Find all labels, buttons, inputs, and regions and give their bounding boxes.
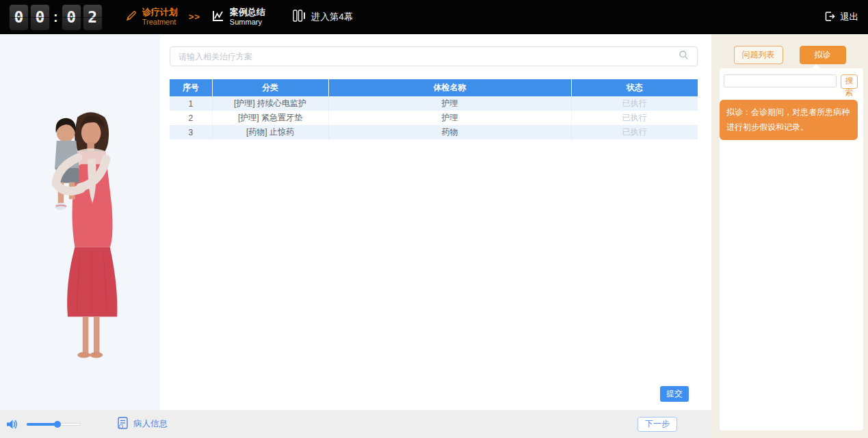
diagnosis-search-input[interactable] — [724, 74, 837, 87]
diagnosis-panel: 问题列表 拟诊 搜索 拟诊：会诊期间，对患者所患病种进行初步假设和记录。 — [711, 34, 868, 438]
table-row[interactable]: 2 [护理] 紧急置牙垫 护理 已执行 — [170, 111, 698, 125]
treatment-search-box — [170, 46, 698, 66]
scenes-icon — [291, 8, 306, 26]
treatment-search-input[interactable] — [179, 52, 679, 61]
cell-category: [药物] 止惊药 — [212, 125, 328, 139]
volume-slider-thumb[interactable] — [54, 421, 61, 428]
timer-digit: 0 — [62, 5, 81, 30]
cell-exam-name: 药物 — [328, 125, 571, 139]
timer-digit: 0 — [31, 5, 49, 30]
speaker-icon[interactable] — [5, 418, 19, 430]
chart-icon — [211, 9, 225, 25]
top-navigation: 诊疗计划 Treatment >> 案例总结 Summary 进入第4幕 — [125, 8, 354, 27]
patient-info-button[interactable]: 病人信息 — [116, 416, 168, 432]
diagnosis-tabs: 问题列表 拟诊 — [711, 46, 868, 64]
pen-icon — [125, 10, 137, 25]
treatment-plan-panel: 序号 分类 体检名称 状态 1 [护理] 持续心电监护 护理 已 — [160, 34, 711, 410]
table-row[interactable]: 3 [药物] 止惊药 药物 已执行 — [170, 125, 698, 139]
volume-slider-fill — [27, 423, 57, 426]
col-header-category: 分类 — [212, 79, 328, 96]
cell-index: 2 — [170, 111, 212, 125]
exit-button[interactable]: 退出 — [824, 10, 858, 25]
cell-exam-name: 护理 — [328, 96, 571, 111]
cell-status: 已执行 — [571, 125, 698, 139]
cell-category: [护理] 持续心电监护 — [212, 96, 328, 111]
diagnosis-search-row: 搜索 — [724, 74, 858, 89]
tentative-diagnosis-button[interactable]: 拟诊 — [800, 46, 846, 64]
col-header-exam-name: 体检名称 — [328, 79, 571, 96]
nav-treatment-sublabel: Treatment — [142, 18, 178, 27]
search-icon[interactable] — [679, 50, 689, 63]
cell-index: 3 — [170, 125, 212, 139]
nav-summary-label: 案例总结 — [230, 8, 265, 18]
volume-slider[interactable] — [26, 423, 81, 426]
submit-button[interactable]: 提交 — [660, 386, 689, 402]
exit-label: 退出 — [840, 11, 858, 23]
diagnosis-search-button[interactable]: 搜索 — [841, 74, 858, 89]
nav-separator: >> — [189, 12, 200, 22]
cell-index: 1 — [170, 96, 212, 111]
col-header-status: 状态 — [571, 79, 698, 96]
nav-summary[interactable]: 案例总结 Summary — [211, 8, 265, 27]
session-timer: 0 0 : 0 2 — [10, 5, 102, 30]
bottombar: 病人信息 下一步 — [0, 410, 711, 438]
cell-status: 已执行 — [571, 96, 698, 111]
diagnosis-card: 搜索 拟诊：会诊期间，对患者所患病种进行初步假设和记录。 — [720, 68, 863, 430]
timer-colon: : — [53, 10, 58, 25]
nav-summary-sublabel: Summary — [230, 18, 265, 27]
nav-next-act-label: 进入第4幕 — [311, 11, 354, 23]
question-list-button[interactable]: 问题列表 — [734, 46, 783, 64]
nav-treatment-label: 诊疗计划 — [142, 8, 178, 18]
cell-status: 已执行 — [571, 111, 698, 125]
cell-exam-name: 护理 — [328, 111, 571, 125]
patient-figure — [15, 87, 145, 374]
app-window: 0 0 : 0 2 诊疗计划 Treatment >> — [0, 0, 868, 438]
table-row[interactable]: 1 [护理] 持续心电监护 护理 已执行 — [170, 96, 698, 111]
timer-digit: 0 — [10, 5, 28, 30]
patient-info-label: 病人信息 — [133, 418, 168, 430]
logout-icon — [824, 10, 836, 25]
nav-treatment[interactable]: 诊疗计划 Treatment — [125, 8, 178, 27]
cell-category: [护理] 紧急置牙垫 — [212, 111, 328, 125]
col-header-index: 序号 — [170, 79, 212, 96]
nav-next-act[interactable]: 进入第4幕 — [291, 8, 354, 26]
topbar: 0 0 : 0 2 诊疗计划 Treatment >> — [0, 0, 868, 34]
timer-digit: 2 — [83, 5, 102, 30]
treatment-table: 序号 分类 体检名称 状态 1 [护理] 持续心电监护 护理 已 — [170, 79, 698, 139]
diagnosis-info-box: 拟诊：会诊期间，对患者所患病种进行初步假设和记录。 — [720, 100, 858, 140]
patient-document-icon — [116, 416, 129, 432]
next-step-button[interactable]: 下一步 — [637, 417, 677, 432]
patient-3d-viewport — [0, 34, 160, 410]
table-header-row: 序号 分类 体检名称 状态 — [170, 79, 698, 96]
